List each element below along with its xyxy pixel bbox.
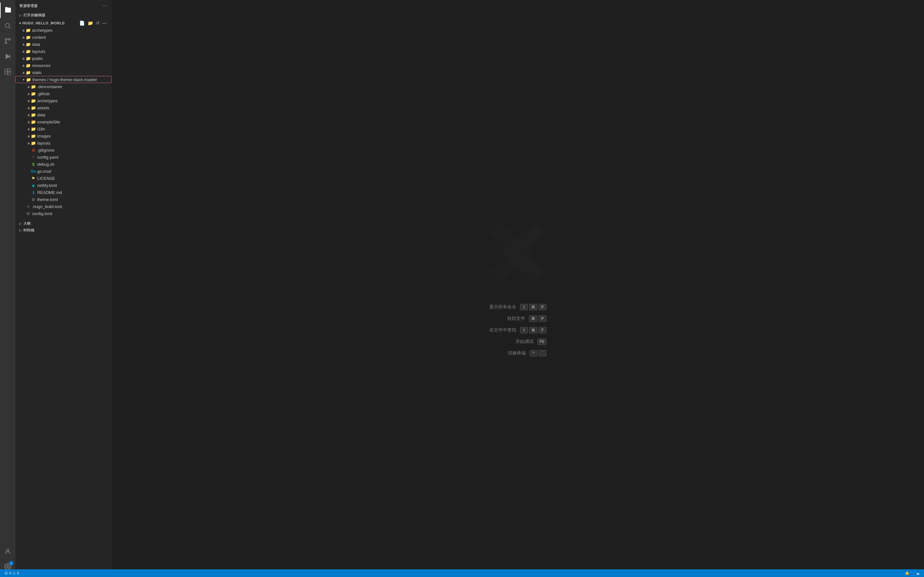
folder-resources[interactable]: ▶ 📁 resources [15, 62, 111, 69]
file-icon: ◈ [31, 183, 36, 188]
folder-label: i18n [37, 127, 45, 131]
folder-public[interactable]: ▶ 📁 public [15, 55, 111, 62]
sidebar-header: 资源管理器 ··· [15, 0, 111, 11]
file-icon: ! [31, 155, 36, 160]
run-debug-icon[interactable] [0, 49, 15, 64]
open-editors-section[interactable]: ▷ 打开的编辑器 [15, 11, 111, 19]
folder-layouts[interactable]: ▶ 📁 layouts [15, 48, 111, 55]
outline-label: 大纲 [23, 221, 31, 226]
sidebar: 资源管理器 ··· ▷ 打开的编辑器 ▾ HUGO_HELLO_WORLD 📄 … [15, 0, 111, 577]
notifications-icon[interactable]: 🔔 [903, 569, 911, 577]
file-label: README.md [37, 190, 62, 195]
file-icon: ℹ [31, 190, 36, 195]
folder-icon: 📁 [31, 84, 36, 89]
svg-point-15 [7, 566, 9, 568]
key-f5: F5 [537, 338, 546, 345]
files-icon[interactable] [0, 3, 15, 18]
folder-label: data [32, 42, 40, 47]
file-label: .gitignore [37, 148, 54, 153]
folder-content[interactable]: ▶ 📁 content [15, 34, 111, 41]
file-netlify-toml[interactable]: ▶ ◈ netlify.toml [15, 182, 111, 189]
file-hugo-build-lock[interactable]: ▶ ≡ .hugo_build.lock [15, 203, 111, 210]
folder-arrow: ▶ [21, 56, 26, 61]
timeline-label: 时间线 [23, 228, 35, 233]
folder-examplesite[interactable]: ▶ 📁 exampleSite [15, 118, 111, 125]
account-icon[interactable] [0, 544, 15, 559]
folder-assets[interactable]: ▶ 📁 assets [15, 104, 111, 111]
folder-static[interactable]: ▶ 📁 static [15, 69, 111, 76]
file-icon: ≡ [26, 204, 31, 209]
folder-github[interactable]: ▶ 📁 .github [15, 90, 111, 97]
file-go-mod[interactable]: ▶ Go go.mod [15, 168, 111, 175]
extensions-icon[interactable] [0, 64, 15, 79]
folder-icon: 📁 [26, 49, 31, 54]
folder-data[interactable]: ▶ 📁 data [15, 41, 111, 48]
folder-i18n[interactable]: ▶ 📁 i18n [15, 125, 111, 132]
folder-archetypes[interactable]: ▶ 📁 archetypes [15, 27, 111, 34]
file-label: config.toml [32, 211, 52, 216]
sync-icon[interactable]: ☁ [914, 569, 921, 577]
status-bar-left: ⓪ 0 ⚠ 0 [3, 569, 21, 577]
folder-data-2[interactable]: ▶ 📁 data [15, 111, 111, 118]
refresh-icon[interactable]: ↺ [95, 20, 101, 26]
open-editors-label: 打开的编辑器 [23, 13, 45, 18]
folder-label: resources [32, 63, 50, 68]
folder-label: layouts [37, 141, 50, 145]
folder-arrow: ▶ [26, 112, 31, 117]
file-gitignore[interactable]: ▶ ⊗ .gitignore [15, 147, 111, 153]
new-file-icon[interactable]: 📄 [78, 20, 86, 26]
folder-images[interactable]: ▶ 📁 images [15, 132, 111, 139]
shortcut-row-goto: 转到文件 ⌘ P [507, 316, 546, 322]
folder-arrow: ▶ [26, 84, 31, 89]
outline-panel[interactable]: ▷ 大纲 [15, 220, 111, 227]
folder-label: data [37, 113, 45, 117]
file-icon: Go [31, 169, 36, 174]
main-content: 显示所有命令 ⇧ ⌘ P 转到文件 ⌘ P 在文件中查找 ⇧ ⌘ F 开始调试 [111, 0, 924, 577]
file-label: LICENSE [37, 176, 55, 181]
folder-label: images [37, 134, 51, 139]
file-license[interactable]: ▶ ⚑ LICENSE [15, 175, 111, 182]
search-icon[interactable] [0, 18, 15, 33]
file-label: netlify.toml [37, 183, 57, 188]
svg-point-14 [6, 549, 9, 551]
collapse-icon[interactable]: — [102, 20, 108, 26]
folder-label: archetypes [37, 98, 58, 103]
file-debug-sh[interactable]: ▶ $ debug.sh [15, 161, 111, 168]
file-label: debug.sh [37, 162, 55, 167]
shortcut-row-commands: 显示所有命令 ⇧ ⌘ P [489, 304, 546, 310]
file-readme-md[interactable]: ▶ ℹ README.md [15, 189, 111, 196]
root-folder[interactable]: ▾ HUGO_HELLO_WORLD 📄 📁 ↺ — [15, 19, 111, 27]
source-control-icon[interactable] [0, 33, 15, 49]
folder-devcontainer[interactable]: ▶ 📁 .devcontainer [15, 83, 111, 90]
folder-label: .devcontainer [37, 84, 62, 89]
shortcut-row-debug: 开始调试 F5 [515, 338, 546, 345]
svg-line-2 [9, 27, 11, 29]
folder-arrow: ▶ [26, 119, 31, 124]
folder-arrow: ▶ [26, 105, 31, 110]
more-actions-icon[interactable]: ··· [102, 3, 108, 9]
folder-layouts-2[interactable]: ▶ 📁 layouts [15, 139, 111, 147]
shortcut-keys: ⇧ ⌘ F [520, 327, 546, 334]
timeline-panel[interactable]: ▷ 时间线 [15, 227, 111, 234]
new-folder-icon[interactable]: 📁 [87, 20, 94, 26]
shortcut-label: 显示所有命令 [489, 304, 516, 310]
folder-themes[interactable]: ▾ 📁 themes / hugo-theme-stack-master [15, 76, 111, 83]
folder-arrow: ▶ [21, 70, 26, 75]
folder-arrow: ▶ [26, 126, 31, 131]
folder-label: .github [37, 91, 50, 96]
folder-archetypes-2[interactable]: ▶ 📁 archetypes [15, 97, 111, 104]
folder-icon: 📁 [26, 35, 31, 40]
shortcut-label: 在文件中查找 [489, 327, 516, 333]
shortcut-label: 切换终端 [508, 350, 526, 356]
file-config-toml[interactable]: ▶ ⚙ config.toml [15, 210, 111, 217]
svg-rect-13 [8, 72, 11, 75]
shortcut-keys: F5 [537, 338, 546, 345]
file-config-yaml[interactable]: ▶ ! config.yaml [15, 153, 111, 161]
key-shift: ⇧ [520, 327, 528, 334]
folder-arrow: ▶ [26, 140, 31, 145]
key-shift: ⇧ [520, 304, 528, 310]
file-theme-toml[interactable]: ▶ ⚙ theme.toml [15, 196, 111, 203]
svg-rect-12 [5, 72, 7, 75]
errors-indicator[interactable]: ⓪ 0 ⚠ 0 [3, 569, 21, 577]
folder-arrow: ▶ [26, 91, 31, 96]
